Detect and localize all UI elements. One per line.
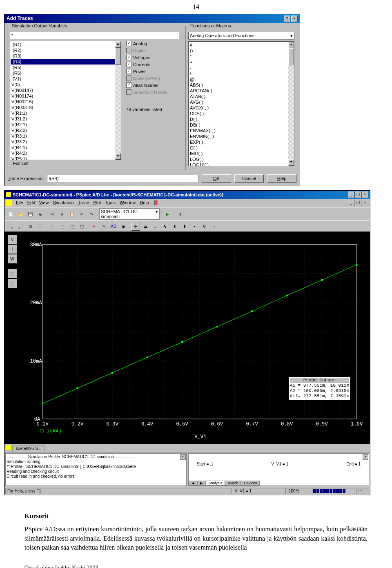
tab-nav-prev[interactable]: ◀ [189,481,197,486]
scroll-down-icon[interactable]: ▼ [288,159,294,166]
fft-icon[interactable]: ⬚ [67,222,76,231]
maximize-icon[interactable]: ❐ [355,192,361,198]
document-tab[interactable]: koeteht95-S... [12,445,45,451]
list-item[interactable]: V(R2:2) [11,127,120,133]
i-marker-icon[interactable]: I [8,245,17,254]
list-item[interactable]: AVGX( , ) [189,105,294,111]
menu-edit[interactable]: Edit [27,200,35,206]
list-item[interactable]: V(N00147) [11,87,120,93]
list-item[interactable]: D( ) [189,116,294,122]
list-item[interactable]: I(R2) [11,47,120,53]
ok-button[interactable]: OK [202,174,231,183]
variables-listbox[interactable]: I(R1)I(R2)I(R3)I(R4)I(R5)I(R6)I(V1)V(0)V… [10,41,121,160]
cursor-icon[interactable]: ✛ [131,222,140,231]
list-item[interactable]: V(R1:1) [11,110,120,116]
redo-icon[interactable]: ↷ [87,209,96,218]
list-item[interactable]: @ [189,76,294,82]
cursor-point-icon[interactable]: • [190,222,199,231]
list-item[interactable]: V(N00319) [11,105,120,110]
log-x-icon[interactable]: ⬚ [48,222,57,231]
cursor-search-icon[interactable]: ⚲ [200,222,209,231]
list-item[interactable]: COS( ) [189,111,294,116]
help-button[interactable]: Help [267,174,296,183]
list-item[interactable]: / [189,71,294,76]
list-item[interactable]: I(V1) [11,76,120,82]
cut-icon[interactable]: ✂ [48,209,57,218]
list-item[interactable]: V(R5:1) [11,156,120,160]
save-icon[interactable]: 💾 [26,209,35,218]
list-item[interactable]: I(R6) [11,70,120,76]
profile-combo[interactable]: SCHEMATIC1-DC-simulointi▾ [99,208,160,220]
close-icon[interactable]: × [180,454,186,460]
list-item[interactable]: G( ) [189,145,294,151]
scrollbar[interactable]: ▲ ▼ [288,42,294,166]
trace-add-icon[interactable]: ✎ [89,222,98,231]
list-item[interactable]: ENVMAX( , ) [189,128,294,134]
scroll-thumb[interactable] [288,48,294,65]
list-item[interactable]: V(R3:1) [11,133,120,139]
list-item[interactable]: ARCTAN( ) [189,88,294,94]
v-marker-icon[interactable]: V [8,235,17,244]
menu-plot[interactable]: Plot [93,200,101,206]
open-icon[interactable]: 📂 [16,209,25,218]
perf-icon[interactable]: ⬚ [77,222,86,231]
menu-help[interactable]: Help [140,200,149,206]
list-item[interactable]: LOG10( ) [189,162,294,166]
list-item[interactable]: ATAN( ) [189,94,294,99]
zoom-in-icon[interactable]: 🔍 [6,222,15,231]
scroll-up-icon[interactable]: ▲ [288,42,294,48]
currents-checkbox[interactable]: ✓Currents [126,62,179,67]
log-pane[interactable]: × --------------- Simulation Profile: SC… [5,453,187,486]
menu-file[interactable]: File [16,200,23,206]
power-checkbox[interactable]: ✓Power [126,69,179,74]
minimize-icon[interactable]: _ [348,200,354,206]
new-icon[interactable]: 📄 [6,209,15,218]
scroll-up-icon[interactable]: ▲ [115,41,121,48]
cursor-slope-icon[interactable]: ⬊ [160,222,169,231]
cursor-trough-icon[interactable]: ⌄ [151,222,160,231]
list-item[interactable]: EXP( ) [189,139,294,145]
close-icon[interactable]: × [363,454,368,460]
w-marker-icon[interactable]: W [8,254,17,263]
menu-simulation[interactable]: Simulation [53,200,74,206]
scrollbar[interactable]: ▲ ▼ [115,41,121,160]
tab-devices[interactable]: Devices [241,481,260,486]
cancel-button[interactable]: Cancel [234,174,264,183]
close-icon[interactable]: × [362,200,368,206]
list-item[interactable]: V(R2:1) [11,122,120,127]
tab-analysis[interactable]: Analysis [206,481,225,486]
zoom-area-icon[interactable]: ⊡ [26,222,35,231]
close-icon[interactable]: × [362,192,368,198]
list-item[interactable]: V(0) [11,82,120,87]
cursor-peak-icon[interactable]: ⛰ [141,222,150,231]
list-item[interactable]: V(R4:2) [11,150,120,156]
restore-icon[interactable]: ❐ [355,200,361,206]
probe-cursor-box[interactable]: Probe Cursor A1 = 377.551m, 10.011m A2 =… [289,376,350,400]
log-y-icon[interactable]: ⬚ [58,222,67,231]
list-item[interactable]: AVG( ) [189,99,294,105]
eval-icon[interactable]: ✎ [99,222,108,231]
tab-watch[interactable]: Watch [225,481,241,486]
cursor-max-icon[interactable]: ⬆ [180,222,189,231]
list-item[interactable]: I(R3) [11,53,120,59]
list-item[interactable]: I(R4) [11,59,120,65]
menu-window[interactable]: Window [120,200,136,206]
functions-select[interactable]: Analog Operators and Functions▾ [188,32,294,40]
list-item[interactable]: + [189,59,294,65]
pause-icon[interactable]: ⏸ [175,209,184,218]
list-item[interactable]: V(N00174) [11,93,120,99]
scroll-thumb[interactable] [115,48,121,65]
cursor-min-icon[interactable]: ⬇ [170,222,179,231]
close-icon[interactable]: × [291,16,298,22]
filter-input[interactable] [10,32,179,39]
analog-checkbox[interactable]: ✓Analog [126,41,179,46]
list-item[interactable]: * [189,53,294,59]
copy-icon[interactable]: ⎘ [58,209,67,218]
list-item[interactable]: LOG( ) [189,156,294,162]
cursor-next-icon[interactable]: → [209,222,218,231]
list-item[interactable]: V(R4:1) [11,145,120,150]
alias-checkbox[interactable]: ✓Alias Names [126,82,179,88]
scroll-down-icon[interactable]: ▼ [115,153,121,160]
list-item[interactable]: ENVMIN( , ) [189,134,294,139]
voltages-checkbox[interactable]: ✓Voltages [126,55,179,60]
